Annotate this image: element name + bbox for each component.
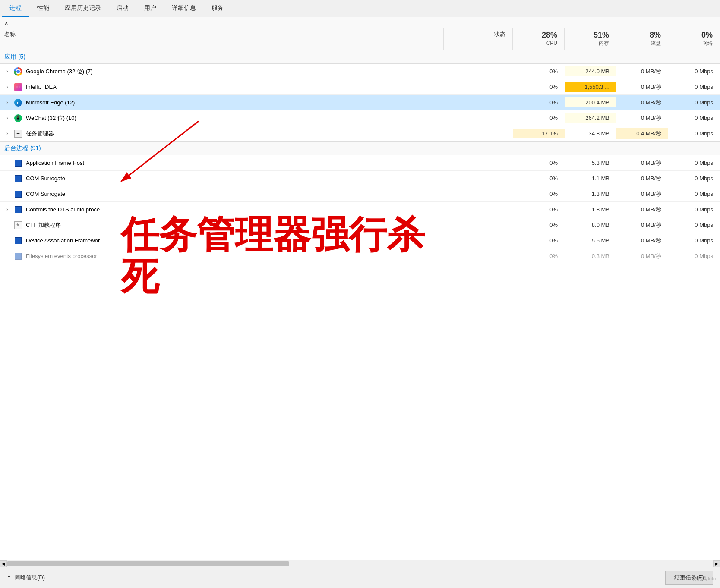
process-list[interactable]: 应用 (5) › Google Chrome (32 位) (7) 0% 244…: [0, 50, 720, 560]
tab-app-history[interactable]: 应用历史记录: [57, 0, 109, 17]
tab-details[interactable]: 详细信息: [164, 0, 204, 17]
com1-icon: [14, 174, 22, 183]
appframe-disk: 0 MB/秒: [616, 157, 668, 169]
col-disk[interactable]: 8% 磁盘: [616, 28, 668, 50]
edge-memory: 200.4 MB: [565, 97, 616, 107]
ctf-network: 0 Mbps: [668, 220, 720, 230]
appframe-network: 0 Mbps: [668, 158, 720, 168]
bg-group-header: 后台进程 (91): [0, 141, 720, 155]
idea-memory: 1,550.3 ...: [565, 82, 616, 92]
process-name-idea: › IJ IntelliJ IDEA: [0, 81, 444, 93]
edge-network: 0 Mbps: [668, 97, 720, 107]
wechat-cpu: 0%: [513, 113, 565, 123]
scroll-left-arrow[interactable]: ◀: [0, 560, 7, 567]
expand-icon-edge[interactable]: ›: [4, 100, 10, 106]
edge-cpu: 0%: [513, 97, 565, 107]
memory-label: 内存: [599, 40, 609, 46]
filesystem-network: 0 Mbps: [668, 251, 720, 261]
sort-arrow-up: ∧: [0, 19, 444, 27]
table-row[interactable]: › 📱 WeChat (32 位) (10) 0% 264.2 MB 0 MB/…: [0, 110, 720, 126]
network-pct: 0%: [670, 31, 713, 40]
idea-status: [444, 85, 513, 89]
table-row[interactable]: › Filesystem events processor 0% 0.3 MB …: [0, 248, 720, 264]
appframe-status: [444, 161, 513, 165]
chrome-network: 0 Mbps: [668, 66, 720, 76]
col-sort-memory: [565, 19, 616, 27]
chevron-up-icon[interactable]: ⌃: [7, 575, 11, 581]
memory-pct: 51%: [566, 31, 609, 40]
device-cpu: 0%: [513, 236, 565, 245]
cpu-label: CPU: [546, 40, 557, 46]
bottom-left: ⌃ 简略信息(D): [7, 574, 45, 582]
chrome-icon: [14, 67, 22, 76]
process-name-device: › Device Association Framewor...: [0, 235, 444, 247]
disk-label: 磁盘: [651, 40, 661, 46]
table-row[interactable]: › ✎ CTF 加载程序 0% 8.0 MB 0 MB/秒 0 Mbps: [0, 217, 720, 233]
h-scroll-track[interactable]: [7, 560, 713, 567]
com2-status: [444, 192, 513, 196]
filesystem-icon: [14, 252, 22, 261]
col-sort-network: [668, 19, 720, 27]
dts-network: 0 Mbps: [668, 204, 720, 214]
device-name-text: Device Association Framewor...: [26, 237, 104, 244]
table-row[interactable]: › COM Surrogate 0% 1.1 MB 0 MB/秒 0 Mbps: [0, 171, 720, 186]
com1-name-text: COM Surrogate: [26, 175, 65, 182]
idea-network: 0 Mbps: [668, 82, 720, 92]
device-disk: 0 MB/秒: [616, 235, 668, 246]
wechat-disk: 0 MB/秒: [616, 113, 668, 124]
chrome-name-text: Google Chrome (32 位) (7): [26, 68, 93, 75]
expand-icon-wechat[interactable]: ›: [4, 115, 10, 121]
appframe-icon: [14, 159, 22, 167]
taskmgr-network: 0 Mbps: [668, 129, 720, 138]
tab-startup[interactable]: 启动: [109, 0, 136, 17]
table-row[interactable]: › Google Chrome (32 位) (7) 0% 244.0 MB 0…: [0, 64, 720, 79]
expand-icon-taskmgr[interactable]: ›: [4, 131, 10, 137]
column-headers: 名称 状态 28% CPU 51% 内存 8% 磁盘 0% 网络: [0, 28, 720, 50]
process-name-chrome: › Google Chrome (32 位) (7): [0, 66, 444, 78]
table-row[interactable]: › COM Surrogate 0% 1.3 MB 0 MB/秒 0 Mbps: [0, 186, 720, 202]
appframe-name-text: Application Frame Host: [26, 160, 84, 166]
com1-cpu: 0%: [513, 173, 565, 183]
col-status[interactable]: 状态: [444, 28, 513, 50]
h-scroll-thumb[interactable]: [7, 561, 289, 566]
com1-status: [444, 177, 513, 180]
summary-label[interactable]: 简略信息(D): [15, 574, 45, 582]
table-row[interactable]: › Application Frame Host 0% 5.3 MB 0 MB/…: [0, 155, 720, 171]
com1-disk: 0 MB/秒: [616, 173, 668, 184]
idea-cpu: 0%: [513, 82, 565, 92]
tab-performance[interactable]: 性能: [29, 0, 57, 17]
bottom-bar: ⌃ 简略信息(D) 结束任务(E): [0, 567, 720, 588]
process-name-taskmgr: › ☰ 任务管理器: [0, 128, 444, 140]
horizontal-scrollbar[interactable]: ◀ ▶: [0, 560, 720, 567]
expand-icon-chrome[interactable]: ›: [4, 69, 10, 75]
process-name-dts: › Controls the DTS audio proce...: [0, 204, 444, 216]
taskmgr-name-text: 任务管理器: [26, 130, 54, 138]
tab-services[interactable]: 服务: [204, 0, 231, 17]
scroll-right-arrow[interactable]: ▶: [713, 560, 720, 567]
col-cpu[interactable]: 28% CPU: [513, 28, 565, 50]
col-memory[interactable]: 51% 内存: [565, 28, 616, 50]
table-row[interactable]: › Device Association Framewor... 0% 5.6 …: [0, 233, 720, 248]
process-name-edge: › e Microsoft Edge (12): [0, 97, 444, 109]
ctf-name-text: CTF 加载程序: [26, 221, 61, 229]
wechat-icon: 📱: [14, 114, 22, 123]
process-name-filesystem: › Filesystem events processor: [0, 250, 444, 262]
process-name-wechat: › 📱 WeChat (32 位) (10): [0, 112, 444, 124]
expand-icon-dts[interactable]: ›: [4, 207, 10, 213]
process-name-com2: › COM Surrogate: [0, 188, 444, 200]
table-row[interactable]: › Controls the DTS audio proce... 0% 1.8…: [0, 202, 720, 217]
col-name[interactable]: 名称: [0, 28, 444, 50]
expand-icon-idea[interactable]: ›: [4, 84, 10, 90]
tab-processes[interactable]: 进程: [2, 0, 29, 17]
dts-memory: 1.8 MB: [565, 204, 616, 214]
chrome-disk: 0 MB/秒: [616, 66, 668, 77]
col-network[interactable]: 0% 网络: [668, 28, 720, 50]
tab-users[interactable]: 用户: [136, 0, 164, 17]
idea-name-text: IntelliJ IDEA: [26, 84, 57, 90]
main-content: ∧ 名称 状态 28% CPU 51% 内存 8% 磁盘 0% 网络: [0, 17, 720, 567]
table-row[interactable]: › e Microsoft Edge (12) 0% 200.4 MB 0 MB…: [0, 95, 720, 110]
com2-memory: 1.3 MB: [565, 189, 616, 199]
table-row[interactable]: › IJ IntelliJ IDEA 0% 1,550.3 ... 0 MB/秒…: [0, 79, 720, 95]
ctf-cpu: 0%: [513, 220, 565, 230]
table-row[interactable]: › ☰ 任务管理器 17.1% 34.8 MB 0.4 MB/秒 0 Mbps: [0, 126, 720, 141]
